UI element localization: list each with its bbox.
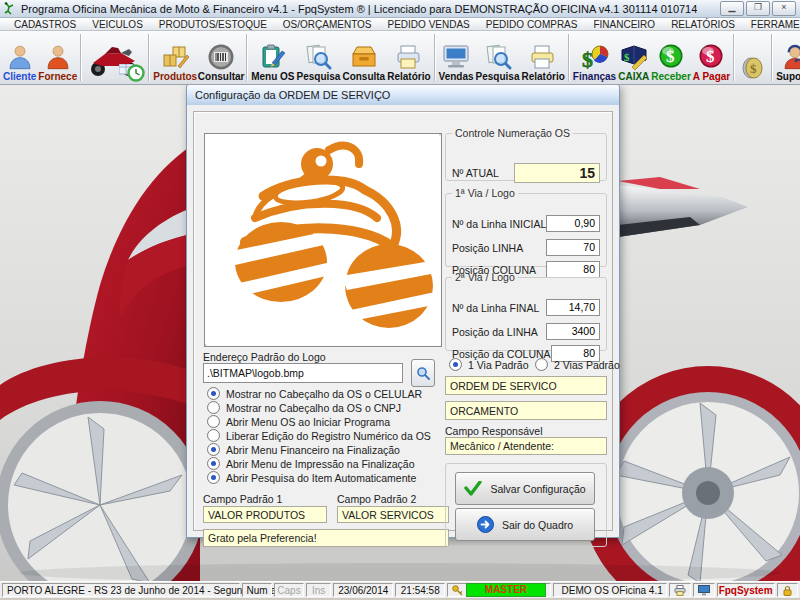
receber-button[interactable]: $ Receber xyxy=(650,31,691,84)
product-boxes-icon xyxy=(160,43,190,71)
magnifier-icon xyxy=(416,366,430,380)
toolbar-separator xyxy=(434,34,436,81)
svg-text:$: $ xyxy=(582,47,593,71)
option-label: 1 Via Padrão xyxy=(468,359,529,371)
linha-final-field[interactable]: 14,70 xyxy=(546,299,600,316)
suporte-label: Suporte xyxy=(776,71,800,82)
exit-arrow-icon xyxy=(477,516,494,533)
radio-icon[interactable] xyxy=(207,471,220,484)
consultar-button[interactable]: Consultar xyxy=(198,31,244,84)
posicao-linha2-field[interactable]: 3400 xyxy=(546,323,600,340)
menu-os-label: Menu OS xyxy=(251,71,294,82)
restore-button[interactable]: ❐ xyxy=(746,1,770,16)
field-label: Nº da Linha INICIAL xyxy=(452,218,546,230)
orange-motorcycle-logo xyxy=(205,134,439,344)
menu-relatorios[interactable]: RELATÓRIOS xyxy=(663,19,743,30)
caixa-button[interactable]: $ CAIXA xyxy=(617,31,650,84)
toolbar-separator xyxy=(568,34,570,81)
menu-ferramentas[interactable]: FERRAMENTAS xyxy=(743,19,800,30)
menu-cadastros[interactable]: CADASTROS xyxy=(6,19,84,30)
radio-icon[interactable] xyxy=(207,429,220,442)
toolbar-separator xyxy=(771,34,773,81)
radio-icon[interactable] xyxy=(207,443,220,456)
logo-preview-box xyxy=(204,133,442,347)
status-app-name: DEMO OS OFicina 4.1 xyxy=(562,585,663,596)
veiculos-button[interactable] xyxy=(84,31,146,84)
logo-path-input[interactable] xyxy=(203,363,403,383)
option-label: Mostrar no Cabeçalho da OS o CELULAR xyxy=(226,388,422,400)
fornecedor-button[interactable]: Fornece xyxy=(37,31,78,84)
toolbar-separator xyxy=(80,34,82,81)
status-monitor-cell[interactable] xyxy=(693,583,715,597)
consulta-os-button[interactable]: Consulta xyxy=(341,31,386,84)
relatorio-vendas-button[interactable]: Relatório xyxy=(520,31,565,84)
menu-pedido-vendas[interactable]: PEDIDO VENDAS xyxy=(380,19,478,30)
option-celular[interactable]: Mostrar no Cabeçalho da OS o CELULAR xyxy=(207,387,422,400)
radio-icon[interactable] xyxy=(207,387,220,400)
option-cnpj[interactable]: Mostrar no Cabeçalho da OS o CNPJ xyxy=(207,401,401,414)
status-bar: PORTO ALEGRE - RS 23 de Junho de 2014 - … xyxy=(0,581,800,598)
pesquisa-os-button[interactable]: Pesquisa xyxy=(295,31,341,84)
status-user-cell: MASTER xyxy=(447,583,550,597)
option-liberar-edicao[interactable]: Liberar Edição do Registro Numérico da O… xyxy=(207,429,431,442)
logo-path-label: Endereço Padrão do Logo xyxy=(203,351,326,363)
menu-financeiro[interactable]: FINANCEIRO xyxy=(585,19,663,30)
status-brand: FpqSystem xyxy=(717,583,775,597)
responsavel-label: Campo Responsável xyxy=(445,425,542,437)
sair-label: Sair do Quadro xyxy=(502,519,573,531)
pesquisa-vendas-button[interactable]: Pesquisa xyxy=(475,31,521,84)
dialog-title-bar[interactable]: Configuração da ORDEM DE SERVIÇO xyxy=(187,85,619,106)
dialog-title: Configuração da ORDEM DE SERVIÇO xyxy=(195,89,390,101)
option-pesquisa-item[interactable]: Abrir Pesquisa do Item Automaticamente xyxy=(207,471,416,484)
status-printer-cell[interactable] xyxy=(669,583,691,597)
close-button[interactable]: × xyxy=(772,1,796,16)
radio-2-vias-padrao[interactable]: 2 Vias Padrão xyxy=(535,358,620,371)
finance-pie-icon: $ xyxy=(580,43,610,71)
menu-os-button[interactable]: Menu OS xyxy=(250,31,295,84)
responsavel-field[interactable]: Mecânico / Atendente: xyxy=(445,437,607,455)
printer-icon xyxy=(674,585,686,596)
radio-icon[interactable] xyxy=(449,358,462,371)
num-atual-field[interactable]: 15 xyxy=(514,163,600,183)
field-label: Nº da Linha FINAL xyxy=(452,302,539,314)
status-lock-cell[interactable] xyxy=(777,583,798,597)
menu-produtos-estoque[interactable]: PRODUTOS/ESTOQUE xyxy=(151,19,275,30)
suporte-button[interactable]: Suporte xyxy=(775,31,800,84)
menu-os-orcamentos[interactable]: OS/ORÇAMENTOS xyxy=(275,19,380,30)
linha-inicial-field[interactable]: 0,90 xyxy=(546,215,600,232)
relatorio-vendas-label: Relatório xyxy=(521,71,564,82)
minimize-button[interactable]: ▁ xyxy=(720,1,744,16)
campo2-field[interactable]: VALOR SERVICOS xyxy=(337,506,449,523)
sair-do-quadro-button[interactable]: Sair do Quadro xyxy=(455,508,595,541)
relatorio-os-button[interactable]: Relatório xyxy=(386,31,431,84)
campo1-field[interactable]: VALOR PRODUTOS xyxy=(203,506,327,523)
radio-icon[interactable] xyxy=(207,415,220,428)
ordem-servico-field[interactable]: ORDEM DE SERVICO xyxy=(445,376,607,395)
radio-icon[interactable] xyxy=(535,358,548,371)
menu-pedido-compras[interactable]: PEDIDO COMPRAS xyxy=(478,19,586,30)
radio-icon[interactable] xyxy=(207,457,220,470)
cliente-button[interactable]: Cliente xyxy=(2,31,37,84)
produtos-label: Produtos xyxy=(153,71,197,82)
browse-logo-button[interactable] xyxy=(411,359,435,387)
radio-icon[interactable] xyxy=(207,401,220,414)
monitor-icon xyxy=(698,585,710,596)
window-title: Programa Oficina Mecânica de Moto & Fina… xyxy=(21,3,697,15)
status-ins: Ins xyxy=(306,583,331,597)
option-menu-impressao[interactable]: Abrir Menu de Impressão na Finalização xyxy=(207,457,415,470)
via2-group: 2ª Via / Logo Nº da Linha FINAL 14,70 Po… xyxy=(445,271,607,351)
menu-veiculos[interactable]: VEICULOS xyxy=(84,19,151,30)
produtos-button[interactable]: Produtos xyxy=(152,31,198,84)
posicao-linha-field[interactable]: 70 xyxy=(546,239,600,256)
option-menu-financeiro[interactable]: Abrir Menu Financeiro na Finalização xyxy=(207,443,400,456)
vendas-label: Vendas xyxy=(439,71,474,82)
moeda-button[interactable]: $ xyxy=(737,31,769,84)
orcamento-field[interactable]: ORCAMENTO xyxy=(445,401,607,420)
radio-1-via-padrao[interactable]: 1 Via Padrão xyxy=(449,358,529,371)
financas-button[interactable]: $ Finanças xyxy=(572,31,617,84)
a-pagar-button[interactable]: $ A Pagar xyxy=(692,31,731,84)
footer-message-field[interactable]: Grato pela Preferencia! xyxy=(203,529,449,547)
option-abrir-menu-os[interactable]: Abrir Menu OS ao Iniciar Programa xyxy=(207,415,390,428)
salvar-configuracao-button[interactable]: Salvar Configuração xyxy=(455,472,595,505)
vendas-button[interactable]: Vendas xyxy=(438,31,475,84)
